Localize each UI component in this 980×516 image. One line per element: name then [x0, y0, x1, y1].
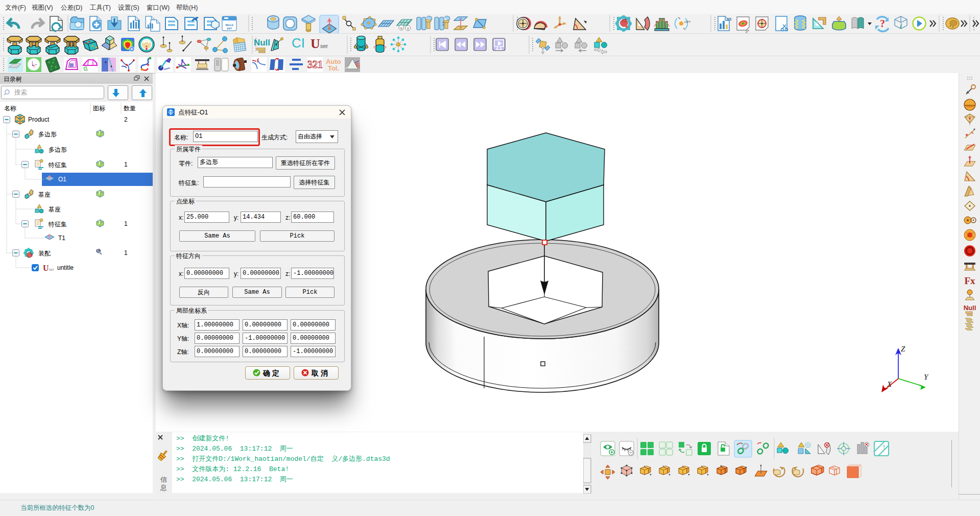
svg-text:信: 信: [160, 476, 167, 483]
svg-text:ser: ser: [49, 268, 54, 271]
svg-text:Z: Z: [901, 345, 905, 353]
svg-text:ppt: ppt: [227, 27, 231, 30]
svg-text:Y: Y: [924, 373, 929, 381]
svg-text:VS: VS: [727, 17, 732, 21]
svg-text:321: 321: [307, 59, 323, 70]
svg-text:Null: Null: [254, 38, 270, 48]
svg-text:U: U: [43, 264, 49, 272]
svg-text:X: X: [887, 380, 892, 388]
svg-text:T: T: [882, 445, 886, 451]
svg-text:Null: Null: [964, 304, 976, 312]
svg-text:U: U: [310, 36, 320, 51]
svg-text:CI: CI: [292, 35, 305, 51]
svg-text:i: i: [900, 22, 902, 30]
svg-text:?: ?: [880, 18, 885, 29]
svg-text:ser: ser: [320, 43, 328, 49]
svg-text:Fx: Fx: [964, 275, 975, 286]
svg-text:u: u: [400, 26, 402, 30]
svg-text:OPT: OPT: [684, 20, 691, 24]
svg-text:息: 息: [160, 484, 167, 491]
svg-text:v: v: [407, 27, 409, 30]
svg-text:Tol.: Tol.: [328, 64, 339, 72]
